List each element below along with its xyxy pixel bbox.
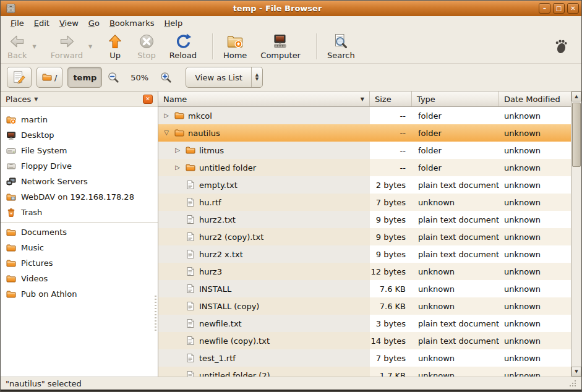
forward-label: Forward (51, 51, 83, 60)
table-row[interactable]: hurz2 x.txt9 bytesplain text documentunk… (158, 245, 571, 263)
name-cell: newfile (copy).txt (158, 332, 370, 349)
sidebar-place-music[interactable]: Music (1, 240, 158, 255)
expander-collapsed-icon[interactable]: ▷ (173, 147, 182, 153)
stop-button[interactable]: Stop (133, 32, 160, 61)
search-button[interactable]: Search (323, 32, 359, 61)
folder-icon (186, 145, 195, 155)
table-row[interactable]: hurz2 (copy).txt9 bytesplain text docume… (158, 228, 571, 245)
table-row[interactable]: newfile (copy).txt14 bytesplain text doc… (158, 332, 571, 349)
menu-help[interactable]: Help (160, 17, 188, 29)
sidebar-place-martin[interactable]: martin (1, 112, 158, 127)
table-row[interactable]: newfile.txt3 bytesplain text documentunk… (158, 315, 571, 332)
forward-dropdown-icon[interactable]: ▼ (88, 44, 92, 49)
back-dropdown-icon[interactable]: ▼ (33, 44, 36, 49)
current-path-button[interactable]: temp (67, 67, 102, 88)
computer-button[interactable]: Computer (256, 32, 305, 61)
desktop-icon (6, 130, 16, 140)
stop-icon (138, 33, 155, 50)
minimize-button[interactable]: – (539, 3, 550, 14)
size-cell: 7 bytes (370, 198, 412, 207)
name-cell: ▷litmus (158, 142, 370, 159)
table-row[interactable]: ▷mkcol--folderunknown (158, 107, 571, 124)
column-header-name[interactable]: Name ▼ (158, 92, 370, 106)
menu-file[interactable]: File (6, 17, 29, 29)
expander-collapsed-icon[interactable]: ▷ (173, 164, 182, 171)
zoom-in-button[interactable] (160, 71, 172, 83)
file-name: hurz2.txt (199, 215, 236, 224)
table-row[interactable]: INSTALL (copy)7.6 KBunknownunknown (158, 297, 571, 315)
window-bottom-border (1, 390, 581, 391)
column-header-date[interactable]: Date Modified (499, 92, 571, 106)
menu-go[interactable]: Go (83, 17, 105, 29)
menu-bookmarks[interactable]: Bookmarks (105, 17, 160, 29)
table-row[interactable]: test_1.rtf7 bytesunknownunknown (158, 349, 571, 367)
file-name: nautilus (188, 129, 220, 138)
back-label: Back (7, 51, 27, 60)
sidebar-place-webdav-on-192-168-178-28[interactable]: WebDAV on 192.168.178.28 (1, 189, 158, 205)
table-row[interactable]: ▷untitled folder--folderunknown (158, 159, 571, 176)
toggle-location-entry-button[interactable] (7, 67, 32, 88)
vertical-scrollbar[interactable]: ▲ ▼ (571, 92, 581, 377)
table-row[interactable]: hurz2.txt9 bytesplain text documentunkno… (158, 211, 571, 228)
column-header-size[interactable]: Size (370, 92, 412, 106)
titlebar[interactable]: temp - File Browser – □ ✕ (1, 1, 581, 16)
size-cell: 1.7 KB (370, 371, 412, 377)
scrollbar-thumb[interactable] (572, 103, 581, 167)
maximize-button[interactable]: □ (553, 3, 565, 14)
sidebar-place-pub-on-athlon[interactable]: Pub on Athlon (1, 286, 158, 302)
scroll-up-icon[interactable]: ▲ (571, 92, 581, 101)
sidebar-place-file-system[interactable]: File System (1, 143, 158, 158)
view-mode-selector[interactable]: View as List ▲▼ (186, 67, 263, 88)
sidebar-close-button[interactable]: ✕ (143, 95, 153, 104)
date-cell: unknown (499, 198, 571, 207)
file-name: untitled folder (199, 163, 256, 173)
sidebar-place-documents[interactable]: Documents (1, 224, 158, 240)
folder-icon (6, 289, 16, 299)
close-button[interactable]: ✕ (567, 3, 579, 14)
zoom-out-button[interactable] (107, 71, 119, 83)
resize-grip[interactable] (569, 380, 576, 387)
back-button[interactable]: Back (3, 32, 32, 61)
table-row[interactable]: INSTALL7.6 KBunknownunknown (158, 280, 571, 297)
name-cell: newfile.txt (158, 315, 370, 332)
sidebar-header[interactable]: Places ▼ ✕ (1, 92, 158, 107)
expander-expanded-icon[interactable]: ▽ (162, 130, 171, 136)
table-row[interactable]: untitled folder (2)1.7 KBunknownunknown (158, 367, 571, 377)
sidebar-place-network-servers[interactable]: Network Servers (1, 174, 158, 189)
home-group: Home (219, 32, 251, 61)
forward-group: Forward▼ (46, 32, 97, 61)
gnome-foot-icon (553, 38, 570, 55)
pane-resize-handle[interactable] (155, 296, 156, 333)
forward-icon (58, 33, 75, 50)
table-row[interactable]: ▽nautilus--folderunknown (158, 124, 571, 142)
type-cell: plain text document (412, 250, 499, 259)
floppy-icon (6, 161, 16, 171)
zoom-out-icon (107, 71, 119, 83)
table-row[interactable]: empty.txt2 bytesplain text documentunkno… (158, 176, 571, 194)
column-header-type[interactable]: Type (412, 92, 499, 106)
sidebar-place-trash[interactable]: Trash (1, 205, 158, 220)
name-cell: ▷untitled folder (158, 159, 370, 176)
sidebar-place-floppy-drive[interactable]: Floppy Drive (1, 158, 158, 174)
table-row[interactable]: hu.rtf7 bytesunknownunknown (158, 194, 571, 211)
folder-icon (6, 274, 16, 284)
type-cell: unknown (412, 354, 499, 363)
forward-button[interactable]: Forward (46, 32, 87, 61)
remote-folder-icon (6, 192, 16, 202)
up-button[interactable]: Up (102, 32, 128, 61)
menu-edit[interactable]: Edit (29, 17, 54, 29)
root-path-button[interactable]: / (36, 67, 62, 88)
menu-view[interactable]: View (54, 17, 83, 29)
table-row[interactable]: ▷litmus--folderunknown (158, 142, 571, 159)
expander-collapsed-icon[interactable]: ▷ (162, 113, 171, 119)
home-button[interactable]: Home (219, 32, 251, 61)
sidebar-place-desktop[interactable]: Desktop (1, 127, 158, 143)
edit-note-icon (12, 70, 26, 84)
sidebar-place-videos[interactable]: Videos (1, 271, 158, 286)
table-row[interactable]: hurz312 bytesunknownunknown (158, 263, 571, 280)
name-cell: test_1.rtf (158, 349, 370, 367)
date-cell: unknown (499, 284, 571, 294)
scroll-down-icon[interactable]: ▼ (571, 367, 581, 377)
sidebar-place-pictures[interactable]: Pictures (1, 255, 158, 271)
reload-button[interactable]: Reload (165, 32, 201, 61)
